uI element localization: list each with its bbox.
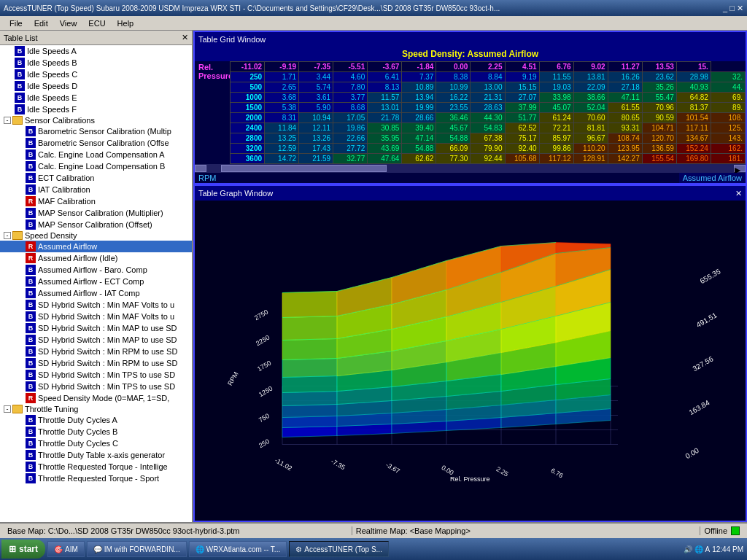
data-cell[interactable]: 134.67 bbox=[676, 133, 711, 144]
data-cell[interactable]: 9.19 bbox=[505, 72, 539, 82]
data-cell[interactable]: 104.71 bbox=[642, 123, 676, 133]
data-cell[interactable]: 7.80 bbox=[333, 82, 368, 93]
data-cell[interactable]: 169.80 bbox=[676, 154, 711, 164]
data-cell[interactable]: 19.99 bbox=[402, 103, 436, 113]
tree-item-sd-map-min2[interactable]: BSD Hybrid Switch : Min MAP to use SD bbox=[0, 334, 192, 346]
menu-file[interactable]: File bbox=[4, 18, 28, 29]
data-cell[interactable]: 16.22 bbox=[436, 93, 471, 103]
data-cell[interactable]: 142.27 bbox=[608, 154, 642, 164]
tree-item-throttle-duty-a[interactable]: BThrottle Duty Cycles A bbox=[0, 414, 192, 426]
data-cell[interactable]: 44. bbox=[711, 82, 745, 93]
data-cell[interactable]: 35.95 bbox=[368, 133, 402, 144]
data-cell[interactable]: 96.67 bbox=[573, 133, 608, 144]
data-cell[interactable]: 108.74 bbox=[608, 133, 642, 144]
data-cell[interactable]: 8.13 bbox=[368, 82, 402, 93]
data-cell[interactable]: 69. bbox=[711, 93, 745, 103]
data-cell[interactable]: 13.25 bbox=[265, 133, 299, 144]
tree-item-assumed-airflow-baro[interactable]: BAssumed Airflow - Baro. Comp bbox=[0, 264, 192, 276]
data-cell[interactable]: 39.40 bbox=[402, 123, 436, 133]
taskbar-aim[interactable]: 🎯AIM bbox=[47, 541, 85, 557]
data-cell[interactable]: 38.66 bbox=[573, 93, 608, 103]
tree-item-ect-cal[interactable]: BECT Calibration bbox=[0, 172, 192, 184]
data-cell[interactable]: 120.70 bbox=[642, 133, 676, 144]
data-cell[interactable]: 2.65 bbox=[265, 82, 299, 93]
data-cell[interactable]: 23.55 bbox=[436, 103, 471, 113]
data-cell[interactable]: 51.77 bbox=[505, 113, 539, 123]
data-cell[interactable]: 15.15 bbox=[505, 82, 539, 93]
data-cell[interactable]: 5.90 bbox=[299, 103, 333, 113]
data-cell[interactable]: 8.68 bbox=[333, 103, 368, 113]
tree-item-sd-maf-min2[interactable]: BSD Hybrid Switch : Min MAF Volts to u bbox=[0, 311, 192, 322]
data-cell[interactable]: 16.26 bbox=[608, 72, 642, 82]
tree-item-throttle-duty-b[interactable]: BThrottle Duty Cycles B bbox=[0, 426, 192, 438]
data-cell[interactable]: 64.82 bbox=[676, 93, 711, 103]
data-cell[interactable]: 117.12 bbox=[539, 154, 573, 164]
data-cell[interactable]: 36.46 bbox=[436, 113, 471, 123]
data-cell[interactable]: 136.59 bbox=[642, 144, 676, 154]
scrollbar-thumb[interactable] bbox=[221, 165, 387, 172]
data-cell[interactable]: 27.18 bbox=[608, 82, 642, 93]
data-cell[interactable]: 22.09 bbox=[573, 82, 608, 93]
data-cell[interactable]: 13.81 bbox=[573, 72, 608, 82]
taskbar-im[interactable]: 💬IM with FORWARDIN... bbox=[87, 541, 187, 557]
data-cell[interactable]: 28.63 bbox=[471, 103, 505, 113]
tree-item-idle-speeds-d[interactable]: BIdle Speeds D bbox=[0, 80, 192, 92]
data-cell[interactable]: 10.94 bbox=[299, 113, 333, 123]
data-cell[interactable]: 10.99 bbox=[436, 82, 471, 93]
menu-ecu[interactable]: ECU bbox=[82, 18, 111, 29]
data-cell[interactable]: 52.04 bbox=[573, 103, 608, 113]
data-cell[interactable]: 4.60 bbox=[333, 72, 368, 82]
tree-item-sd-rpm-min2[interactable]: BSD Hybrid Switch : Min RPM to use SD bbox=[0, 357, 192, 369]
data-cell[interactable]: 27.72 bbox=[333, 144, 368, 154]
tree-item-maf-cal[interactable]: RMAF Calibration bbox=[0, 195, 192, 207]
tree-item-map-mult[interactable]: BMAP Sensor Calibration (Multiplier) bbox=[0, 207, 192, 219]
data-cell[interactable]: 45.07 bbox=[539, 103, 573, 113]
data-cell[interactable]: 21.78 bbox=[368, 113, 402, 123]
data-cell[interactable]: 81.81 bbox=[573, 123, 608, 133]
data-cell[interactable]: 3.61 bbox=[299, 93, 333, 103]
tree-item-idle-speeds-a[interactable]: BIdle Speeds A bbox=[0, 45, 192, 57]
tree-item-idle-speeds-f[interactable]: BIdle Speeds F bbox=[0, 104, 192, 115]
data-cell[interactable]: 47.64 bbox=[368, 154, 402, 164]
data-cell[interactable]: 3.77 bbox=[333, 93, 368, 103]
folder-throttle-tuning[interactable]: -Throttle Tuning bbox=[0, 404, 192, 414]
data-cell[interactable]: 10.89 bbox=[402, 82, 436, 93]
data-cell[interactable]: 3.68 bbox=[265, 93, 299, 103]
data-cell[interactable]: 5.38 bbox=[265, 103, 299, 113]
data-cell[interactable]: 155.54 bbox=[642, 154, 676, 164]
taskbar-browser[interactable]: 🌐WRXAtlanta.com -- T... bbox=[189, 541, 287, 557]
tree-item-sd-tps-min2[interactable]: BSD Hybrid Switch : Min TPS to use SD bbox=[0, 381, 192, 392]
table-list-close[interactable]: ✕ bbox=[182, 33, 188, 42]
data-cell[interactable]: 3.44 bbox=[299, 72, 333, 82]
data-cell[interactable]: 11.55 bbox=[539, 72, 573, 82]
data-cell[interactable]: 12.59 bbox=[265, 144, 299, 154]
data-cell[interactable]: 81.37 bbox=[676, 103, 711, 113]
data-cell[interactable]: 8.31 bbox=[265, 113, 299, 123]
tree-item-sd-rpm-min1[interactable]: BSD Hybrid Switch : Min RPM to use SD bbox=[0, 346, 192, 357]
data-cell[interactable]: 54.88 bbox=[436, 133, 471, 144]
tree-item-assumed-airflow[interactable]: RAssumed Airflow bbox=[0, 241, 192, 252]
data-cell[interactable]: 21.31 bbox=[471, 93, 505, 103]
tree-item-assumed-airflow-ect[interactable]: BAssumed Airflow - ECT Comp bbox=[0, 276, 192, 287]
data-cell[interactable]: 30.85 bbox=[368, 123, 402, 133]
data-cell[interactable]: 125. bbox=[711, 123, 745, 133]
data-cell[interactable]: 11.84 bbox=[265, 123, 299, 133]
data-cell[interactable]: 80.65 bbox=[608, 113, 642, 123]
menu-help[interactable]: Help bbox=[112, 18, 140, 29]
data-cell[interactable]: 92.40 bbox=[505, 144, 539, 154]
tree-item-eng-load-a[interactable]: BCalc. Engine Load Compensation A bbox=[0, 149, 192, 160]
data-cell[interactable]: 8.84 bbox=[471, 72, 505, 82]
data-cell[interactable]: 37.99 bbox=[505, 103, 539, 113]
data-cell[interactable]: 33.98 bbox=[539, 93, 573, 103]
tree-item-sd-mode[interactable]: RSpeed Density Mode (0=MAF, 1=SD, bbox=[0, 392, 192, 404]
data-cell[interactable]: 62.52 bbox=[505, 123, 539, 133]
data-cell[interactable]: 19.86 bbox=[333, 123, 368, 133]
data-cell[interactable]: 27.07 bbox=[505, 93, 539, 103]
data-cell[interactable]: 55.47 bbox=[642, 93, 676, 103]
menu-view[interactable]: View bbox=[54, 18, 83, 29]
data-cell[interactable]: 90.59 bbox=[642, 113, 676, 123]
data-cell[interactable]: 61.55 bbox=[608, 103, 642, 113]
tree-item-sd-map-min1[interactable]: BSD Hybrid Switch : Min MAP to use SD bbox=[0, 322, 192, 334]
data-cell[interactable]: 44.30 bbox=[471, 113, 505, 123]
data-cell[interactable]: 28.98 bbox=[676, 72, 711, 82]
